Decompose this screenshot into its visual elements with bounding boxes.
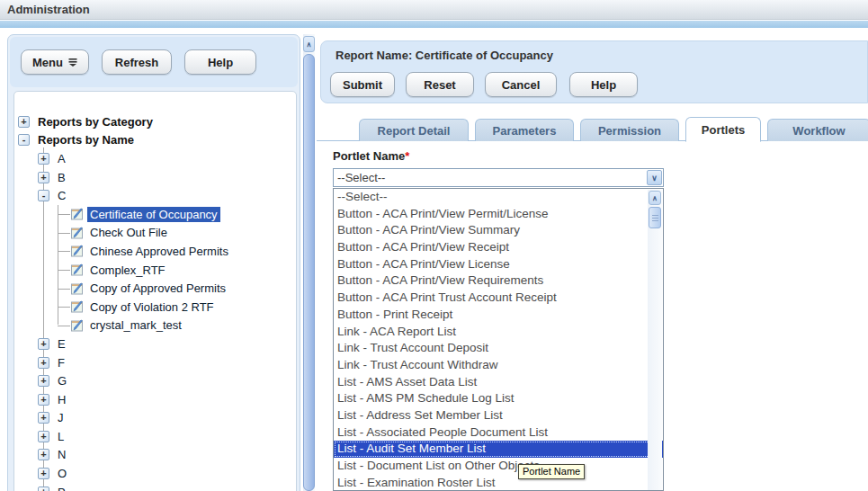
scrollbar-thumb[interactable]: [649, 207, 661, 228]
tree-item-report[interactable]: crystal_mark_test: [14, 317, 296, 335]
tree-node-label[interactable]: A: [55, 151, 68, 166]
dropdown-option[interactable]: Button - ACA Print/View License: [334, 256, 663, 273]
dropdown-option[interactable]: List - AMS PM Schedule Log List: [334, 390, 663, 407]
tree-node-letter-g[interactable]: + G: [14, 371, 296, 390]
tree-item-label[interactable]: Chinese Approved Permits: [87, 244, 231, 259]
expand-icon[interactable]: +: [38, 394, 49, 406]
expand-icon[interactable]: +: [38, 172, 49, 183]
tree-node-letter-p[interactable]: + P: [14, 483, 296, 491]
report-note-icon: [70, 244, 85, 258]
select-current-value: --Select--: [337, 171, 385, 184]
portlet-name-label: Portlet Name*: [333, 149, 409, 163]
tree-item-report[interactable]: Check Out File: [14, 224, 296, 243]
dropdown-option[interactable]: Button - ACA Print/View Summary: [334, 222, 663, 239]
dropdown-option[interactable]: Link - ACA Report List: [334, 324, 663, 341]
tree-item-report[interactable]: Certificate of Occupancy: [14, 205, 296, 224]
cancel-button[interactable]: Cancel: [485, 72, 557, 97]
left-help-button[interactable]: Help: [184, 49, 256, 75]
tree-node-label[interactable]: B: [55, 170, 68, 185]
expand-icon[interactable]: +: [38, 449, 49, 460]
tree-node-letter-n[interactable]: + N: [14, 446, 296, 465]
collapse-icon[interactable]: -: [38, 190, 49, 201]
report-note-icon: [70, 226, 85, 240]
tab-permission[interactable]: Permission: [580, 119, 679, 141]
reset-button[interactable]: Reset: [406, 72, 474, 97]
expand-icon[interactable]: +: [38, 153, 49, 165]
tree-item-label-selected[interactable]: Certificate of Occupancy: [87, 207, 220, 222]
tree-item-label[interactable]: Copy of Approved Permits: [87, 281, 228, 296]
dropdown-option[interactable]: Link - Trust Account Deposit: [334, 340, 663, 357]
tree-node-label[interactable]: C: [55, 188, 68, 203]
tree-node-reports-by-name[interactable]: - Reports by Name: [14, 131, 296, 150]
tree-node-label[interactable]: Reports by Category: [35, 114, 156, 129]
tab-report-detail[interactable]: Report Detail: [359, 119, 469, 141]
tree-node-label[interactable]: Reports by Name: [35, 132, 137, 147]
expand-icon[interactable]: +: [38, 357, 49, 369]
report-note-icon: [70, 299, 85, 314]
tree-node-label[interactable]: P: [55, 485, 68, 491]
dropdown-arrow-icon[interactable]: ∨: [647, 170, 662, 185]
tree-node-letter-a[interactable]: + A: [14, 149, 296, 168]
dropdown-option[interactable]: Link - Trust Account Withdraw: [334, 357, 663, 374]
tree-item-label[interactable]: Copy of Violation 2 RTF: [87, 299, 217, 315]
tree-node-letter-f[interactable]: + F: [14, 353, 296, 372]
tree-node-label[interactable]: L: [55, 429, 67, 444]
tree-item-report[interactable]: Chinese Approved Permits: [14, 242, 296, 261]
tab-parameters[interactable]: Parameters: [475, 119, 574, 141]
dropdown-option[interactable]: Button - ACA Print Trust Account Receipt: [334, 290, 663, 307]
dropdown-option[interactable]: Button - ACA Print/View Requirements: [334, 272, 663, 290]
tree-node-label[interactable]: G: [55, 373, 69, 388]
tree-item-report[interactable]: Complex_RTF: [14, 261, 296, 280]
collapse-icon[interactable]: -: [18, 134, 30, 146]
refresh-button[interactable]: Refresh: [102, 49, 172, 75]
left-panel-scrollbar[interactable]: ∧: [303, 34, 315, 491]
portlet-name-select[interactable]: --Select-- ∨: [333, 168, 664, 187]
tree-node-reports-by-category[interactable]: + Reports by Category: [14, 112, 296, 131]
dropdown-option[interactable]: Button - ACA Print/View Permit/License: [334, 206, 663, 223]
tree-node-letter-o[interactable]: + O: [14, 464, 296, 483]
dropdown-option-highlighted[interactable]: List - Audit Set Member List: [334, 441, 663, 458]
tab-workflow[interactable]: Workflow: [767, 119, 868, 141]
dropdown-option[interactable]: List - Document List on Other Objects: [334, 458, 663, 475]
scroll-up-icon[interactable]: ∧: [649, 191, 661, 205]
menu-button[interactable]: Menu: [21, 49, 89, 75]
dropdown-option[interactable]: Button - Print Receipt: [334, 307, 663, 324]
tree-node-label[interactable]: O: [55, 466, 69, 481]
expand-icon[interactable]: +: [38, 431, 49, 442]
expand-icon[interactable]: +: [38, 487, 49, 491]
dropdown-scrollbar[interactable]: ∧: [648, 190, 662, 491]
tree-node-letter-j[interactable]: + J: [14, 409, 296, 428]
tab-portlets[interactable]: Portlets: [685, 117, 761, 142]
tree-item-report[interactable]: Copy of Approved Permits: [14, 279, 296, 298]
expand-icon[interactable]: +: [38, 468, 49, 479]
dropdown-option[interactable]: List - Associated People Document List: [334, 424, 663, 442]
tree-node-label[interactable]: E: [55, 336, 68, 352]
dropdown-option[interactable]: List - Address Set Member List: [334, 407, 663, 424]
tree-item-report[interactable]: Copy of Violation 2 RTF: [14, 298, 296, 317]
tree-node-letter-h[interactable]: + H: [14, 390, 296, 409]
tree-node-letter-l[interactable]: + L: [14, 427, 296, 446]
expand-icon[interactable]: +: [38, 412, 49, 424]
tree-node-letter-e[interactable]: + E: [14, 335, 296, 353]
help-button[interactable]: Help: [569, 72, 638, 97]
tree-node-label[interactable]: F: [55, 355, 67, 370]
expand-icon[interactable]: +: [38, 338, 49, 350]
tree-node-letter-c[interactable]: - C: [14, 186, 296, 205]
dropdown-option[interactable]: List - AMS Asset Data List: [334, 374, 663, 391]
title-bar: Administration: [0, 0, 868, 20]
tree-item-label[interactable]: Check Out File: [87, 225, 170, 240]
tree-item-label[interactable]: Complex_RTF: [87, 263, 168, 278]
scrollbar-thumb[interactable]: [303, 54, 315, 491]
tree-node-letter-b[interactable]: + B: [14, 168, 296, 187]
submit-button[interactable]: Submit: [330, 72, 395, 97]
tree-node-label[interactable]: J: [55, 410, 67, 425]
expand-icon[interactable]: +: [18, 116, 30, 128]
dropdown-option[interactable]: Button - ACA Print/View Receipt: [334, 239, 663, 256]
expand-icon[interactable]: +: [38, 375, 49, 387]
tree-node-label[interactable]: N: [55, 447, 68, 462]
tree-node-label[interactable]: H: [55, 392, 68, 407]
scroll-up-icon[interactable]: ∧: [303, 36, 315, 52]
dropdown-option[interactable]: --Select--: [334, 189, 663, 206]
dropdown-option[interactable]: List - Examination Roster List: [334, 475, 663, 491]
tree-item-label[interactable]: crystal_mark_test: [87, 317, 184, 333]
